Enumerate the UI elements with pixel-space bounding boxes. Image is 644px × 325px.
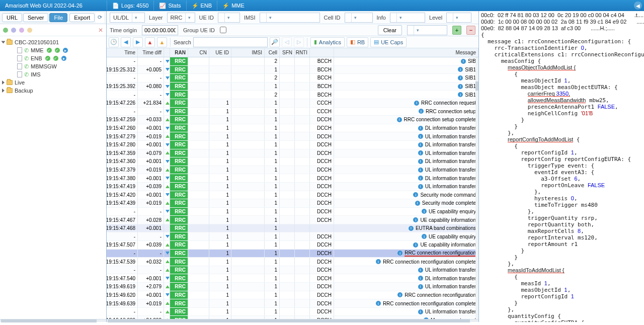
col-cell[interactable]: Cell — [265, 48, 280, 57]
col-msg[interactable]: Message — [334, 48, 478, 57]
export-button[interactable]: Export — [69, 13, 95, 22]
table-row[interactable]: --RRC2BCCHiSIB1 — [107, 91, 478, 99]
table-row[interactable]: 19:15:47.360+0.001RRC11DCCHiDL informati… — [107, 157, 478, 166]
check-badge-icon: ✓ — [47, 48, 52, 53]
tree-item-ims[interactable]: ✆ IMS — [0, 70, 106, 78]
table-row[interactable]: 19:15:47.260+0.001RRC11DCCHiDL informati… — [107, 124, 478, 133]
table-row[interactable]: 19:15:47.359+0.079RRC11DCCHiUL informati… — [107, 149, 478, 158]
layer-combo[interactable]: RRC▾ — [167, 13, 195, 23]
left-h-scrollbar[interactable] — [0, 319, 106, 322]
tree-item-backup[interactable]: Backup — [0, 87, 106, 95]
play-badge-icon[interactable]: ▸ — [61, 56, 66, 61]
ueid-combo[interactable]: ▾ — [218, 13, 240, 23]
tab-enb[interactable]: ⚡ENB — [186, 1, 217, 11]
binoculars-icon[interactable]: 🔎 — [270, 37, 280, 47]
tab-stats[interactable]: 📈Stats — [153, 1, 186, 11]
collapse-left-icon[interactable]: ◀ — [634, 2, 642, 10]
col-sfn[interactable]: SFN — [280, 48, 295, 57]
table-row[interactable]: 19:15:47.467+0.028RRC11DCCHiUE capabilit… — [107, 216, 478, 224]
close-icon[interactable]: ✕ — [98, 27, 103, 34]
cellid-combo[interactable]: ▾ — [345, 13, 373, 23]
clear-button[interactable]: Clear — [378, 25, 402, 35]
warn-icon[interactable]: ▲ — [157, 37, 167, 47]
tree-item-enb[interactable]: ✆ ENB ✓ ✓ ▸ — [0, 54, 106, 62]
play-badge-icon[interactable]: ▸ — [63, 48, 68, 53]
table-row[interactable]: 19:15:47.468+0.001RRC11iEUTRA band combi… — [107, 224, 478, 233]
info-combo[interactable]: ▾ — [390, 13, 425, 23]
table-row[interactable]: 19:15:47.507+0.039RRC11DCCHiUE capabilit… — [107, 241, 478, 250]
tree-item-live[interactable]: Live — [0, 78, 106, 87]
grid-body[interactable]: --RRC2BCCHiSIB19:15:25.312+0.005RRC1BCCH… — [107, 57, 478, 322]
search-prev-icon[interactable]: ◁ — [282, 37, 292, 47]
server-button[interactable]: Server — [23, 13, 48, 22]
world-icon[interactable]: 🕒 — [109, 37, 119, 47]
col-ran[interactable]: RAN — [170, 48, 188, 57]
grid-v-scrollbar[interactable] — [475, 57, 478, 322]
clear-mode-combo[interactable]: ▾ — [407, 25, 447, 35]
col-rnti[interactable]: RNTI — [295, 48, 310, 57]
expand-icon[interactable] — [2, 80, 5, 85]
table-row[interactable]: 19:15:47.379+0.019RRC11DCCHiUL informati… — [107, 166, 478, 175]
table-row[interactable]: --RRC11DCCHiUE capability enquiry — [107, 232, 478, 241]
tab-logs[interactable]: 📄Logs: 4550 — [107, 1, 153, 11]
prev-icon[interactable]: ◀ — [121, 37, 131, 47]
expand-icon[interactable] — [2, 89, 5, 93]
col-cn[interactable]: CN — [188, 48, 209, 57]
info-icon: i — [414, 101, 419, 106]
col-time[interactable]: Time — [107, 48, 138, 57]
table-row[interactable]: 19:15:49.619+2.079RRC11DCCHiUL informati… — [107, 283, 478, 291]
table-row[interactable]: 19:15:47.226+21.834RRC11CCCHiRRC connect… — [107, 99, 478, 108]
detail-pane[interactable]: 00c0: 02 ff 74 81 80 03 12 00 0c 20 19 0… — [479, 11, 644, 322]
table-row[interactable]: --RRC11DCCHiUL information transfer — [107, 266, 478, 275]
mid-h-scrollbar[interactable] — [107, 319, 478, 322]
time-origin-input[interactable] — [142, 25, 178, 35]
table-row[interactable]: 19:15:47.439+0.019RRC11DCCHiSecurity mod… — [107, 199, 478, 208]
table-row[interactable]: --RRC11DCCHiUL information transfer — [107, 308, 478, 316]
table-row[interactable]: --RRC2BCCHiSIB — [107, 57, 478, 66]
tree-root[interactable]: CBC-2021050101 — [0, 38, 106, 46]
table-row[interactable]: 19:15:47.279+0.019RRC11DCCHiUL informati… — [107, 132, 478, 141]
col-imsi[interactable]: IMSI — [231, 48, 265, 57]
level-combo[interactable]: ▾ — [446, 13, 471, 23]
imsi-combo[interactable]: ▾ — [260, 13, 320, 23]
url-button[interactable]: URL — [2, 13, 22, 22]
table-row[interactable]: 19:15:25.392+0.080RRC1BCCHiSIB1 — [107, 83, 478, 91]
next-icon[interactable]: ▶ — [133, 37, 143, 47]
table-row[interactable]: 19:15:47.380+0.001RRC11DCCHiDL informati… — [107, 174, 478, 183]
rb-button[interactable]: ◧RB — [347, 37, 368, 47]
error-icon[interactable]: ▲ — [145, 37, 155, 47]
add-button[interactable]: + — [452, 26, 461, 35]
table-row[interactable]: 19:15:47.419+0.039RRC11DCCHiUL informati… — [107, 183, 478, 191]
table-row[interactable]: 19:15:25.312+0.005RRC1BCCHiSIB1 — [107, 66, 478, 74]
table-row[interactable]: 19:15:49.620+0.001RRC11DCCHiRRC connecti… — [107, 291, 478, 300]
uldl-combo[interactable]: UL/DL▾ — [110, 13, 145, 23]
table-row[interactable]: 19:15:47.420+0.001RRC11DCCHiSecurity mod… — [107, 191, 478, 200]
table-row[interactable]: 19:15:49.639+0.019RRC11DCCHiRRC connecti… — [107, 299, 478, 308]
search-next-icon[interactable]: ▷ — [294, 37, 304, 47]
table-row[interactable]: --RRC11DCCHiUE capability enquiry — [107, 208, 478, 216]
table-row[interactable]: 19:15:47.280+0.001RRC11DCCHiDL informati… — [107, 141, 478, 149]
table-row[interactable]: 19:15:47.259+0.033RRC11DCCHiRRC connecti… — [107, 116, 478, 124]
col-diff[interactable]: Time diff — [138, 48, 164, 57]
col-ch[interactable] — [310, 48, 334, 57]
chevron-down-icon: ▾ — [185, 13, 193, 22]
search-input[interactable] — [193, 37, 268, 47]
table-row[interactable]: --RRC2BCCHiSIB1 — [107, 74, 478, 83]
col-dir[interactable] — [164, 48, 170, 57]
table-row[interactable]: --RRC11DCCHiRRC connection reconfigurati… — [107, 250, 478, 258]
file-button[interactable]: File — [49, 13, 67, 22]
table-row[interactable]: 19:15:47.540+0.001RRC11DCCHiDL informati… — [107, 274, 478, 283]
analytics-button[interactable]: ▮Analytics — [310, 37, 345, 47]
tree-item-mbmsgw[interactable]: ✆ MBMSGW — [0, 62, 106, 70]
table-row[interactable]: --RRC11CCCHiRRC connection setup — [107, 108, 478, 116]
remove-button[interactable]: − — [466, 26, 475, 35]
table-row[interactable]: 19:15:47.539+0.032RRC11DCCHiRRC connecti… — [107, 258, 478, 266]
bolt-icon: ⚡ — [192, 3, 199, 9]
group-ueid-checkbox[interactable] — [220, 27, 226, 33]
expand-icon[interactable] — [2, 41, 6, 44]
refresh-icon[interactable]: ⟳ — [96, 13, 104, 23]
tab-mme[interactable]: ⚡MME — [217, 1, 250, 11]
uecaps-button[interactable]: ▤UE Caps — [370, 37, 407, 47]
tree-item-mme[interactable]: ✆ MME ✓ ✓ ▸ — [0, 46, 106, 54]
col-ueid[interactable]: UE ID — [209, 48, 231, 57]
